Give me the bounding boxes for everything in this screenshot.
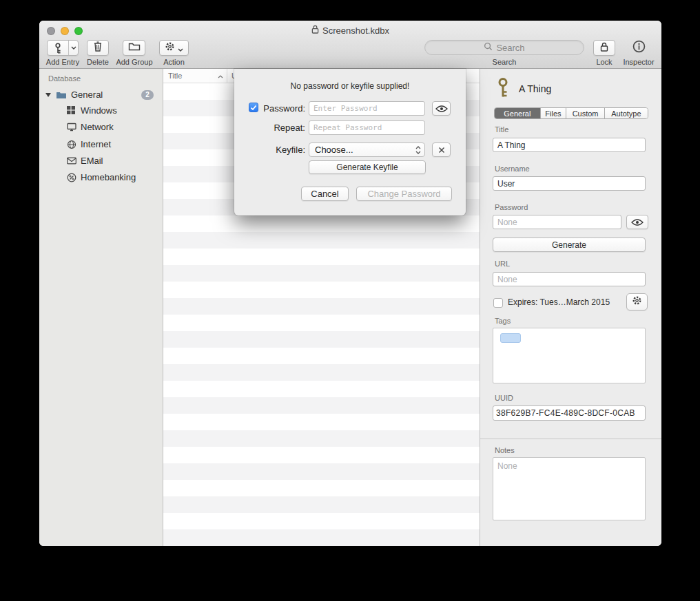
- column-header-label: Title: [168, 72, 182, 80]
- gear-icon: [632, 295, 642, 308]
- add-entry-button[interactable]: [47, 40, 79, 56]
- dialog-message: No password or keyfile supplied!: [234, 81, 466, 91]
- inspector-tabs: General Files Custom Autotype: [494, 107, 648, 119]
- info-icon: [632, 40, 646, 56]
- uuid-field[interactable]: [493, 405, 646, 421]
- lock-icon: [600, 42, 608, 54]
- url-field[interactable]: [493, 272, 646, 286]
- window-title-bar: Screenshot.kdbx: [39, 25, 661, 36]
- generate-password-button[interactable]: Generate: [493, 238, 646, 252]
- window-title: Screenshot.kdbx: [322, 25, 389, 36]
- notes-field-label: Notes: [495, 446, 515, 454]
- chevron-down-icon[interactable]: [69, 41, 78, 55]
- sidebar-item-label: EMail: [81, 156, 103, 166]
- delete-button[interactable]: [87, 40, 109, 56]
- cancel-button[interactable]: Cancel: [301, 187, 349, 201]
- column-header-title[interactable]: Title: [163, 69, 227, 83]
- close-x-icon: [438, 144, 445, 156]
- change-password-dialog: No password or keyfile supplied! Passwor…: [234, 69, 466, 215]
- keyfile-label: Keyfile:: [259, 145, 305, 155]
- password-label: Password:: [259, 103, 305, 114]
- tag-token[interactable]: [500, 333, 521, 343]
- add-group-button[interactable]: [123, 40, 145, 56]
- eye-icon: [435, 103, 448, 115]
- search-input[interactable]: Search: [424, 40, 584, 55]
- notes-field[interactable]: [493, 457, 646, 520]
- lock-label: Lock: [590, 58, 618, 66]
- sidebar-item-internet[interactable]: Internet: [39, 136, 163, 153]
- divider: [480, 439, 661, 439]
- sidebar-item-general[interactable]: General 2: [39, 87, 163, 103]
- gear-icon: [165, 41, 175, 54]
- search-placeholder: Search: [496, 43, 524, 53]
- tab-files[interactable]: Files: [541, 108, 567, 118]
- username-field-label: Username: [495, 165, 530, 173]
- eye-icon: [631, 216, 644, 229]
- sidebar-item-label: Windows: [81, 105, 117, 116]
- entry-header: A Thing: [496, 77, 551, 101]
- windows-icon: [67, 106, 76, 116]
- tags-field-label: Tags: [495, 317, 511, 325]
- sidebar-item-label: Internet: [81, 139, 111, 149]
- trash-icon: [94, 41, 102, 54]
- password-field[interactable]: [493, 215, 621, 229]
- envelope-icon: [67, 156, 76, 166]
- repeat-label: Repeat:: [259, 123, 305, 133]
- tab-autotype[interactable]: Autotype: [605, 108, 648, 118]
- tab-custom[interactable]: Custom: [566, 108, 605, 118]
- reveal-password-button[interactable]: [432, 101, 451, 116]
- document-lock-icon: [311, 25, 319, 36]
- sidebar: Database General 2 Windows Network: [39, 69, 163, 546]
- app-window: Screenshot.kdbx: [39, 21, 661, 546]
- monitor-icon: [67, 123, 76, 132]
- stepper-icon: [415, 146, 421, 156]
- username-field[interactable]: [493, 176, 646, 191]
- count-badge: 2: [141, 90, 154, 100]
- key-icon: [496, 77, 510, 101]
- keyfile-dropdown-value: Choose...: [315, 145, 353, 155]
- clear-keyfile-button[interactable]: [432, 143, 451, 157]
- expires-settings-button[interactable]: [626, 293, 648, 310]
- sidebar-item-label: General: [71, 89, 103, 100]
- sidebar-item-homebanking[interactable]: Homebanking: [39, 169, 163, 186]
- tab-general[interactable]: General: [495, 108, 541, 118]
- inspector-panel: A Thing General Files Custom Autotype Ti…: [480, 69, 661, 546]
- lock-button[interactable]: [593, 40, 615, 56]
- folder-icon: [56, 91, 67, 101]
- entry-title: A Thing: [519, 83, 551, 94]
- reveal-password-button[interactable]: [626, 215, 648, 229]
- uuid-field-label: UUID: [495, 394, 513, 402]
- add-entry-label: Add Entry: [43, 58, 82, 66]
- disclosure-triangle-icon[interactable]: [45, 93, 51, 97]
- sidebar-item-label: Homebanking: [81, 172, 136, 182]
- chevron-down-icon: [178, 42, 183, 54]
- sidebar-item-network[interactable]: Network: [39, 119, 163, 136]
- action-button[interactable]: [159, 40, 189, 56]
- sidebar-item-windows[interactable]: Windows: [39, 103, 163, 119]
- title-field-label: Title: [495, 125, 508, 134]
- inspector-toggle-button[interactable]: [630, 40, 647, 56]
- checkmark-icon: [250, 105, 257, 111]
- expires-checkbox[interactable]: [493, 298, 503, 308]
- password-enabled-checkbox[interactable]: [249, 103, 258, 112]
- sidebar-item-email[interactable]: EMail: [39, 153, 163, 169]
- url-field-label: URL: [495, 260, 510, 268]
- repeat-password-input[interactable]: [309, 120, 425, 135]
- sort-ascending-icon: [218, 72, 223, 80]
- title-field[interactable]: [493, 138, 646, 152]
- inspector-label: Inspector: [618, 58, 659, 66]
- password-field-label: Password: [495, 203, 528, 211]
- search-icon: [484, 42, 493, 53]
- globe-icon: [67, 140, 76, 149]
- generate-keyfile-button[interactable]: Generate Keyfile: [309, 160, 426, 174]
- action-label: Action: [159, 58, 189, 66]
- tags-field[interactable]: [493, 328, 646, 383]
- password-input[interactable]: [309, 101, 425, 116]
- key-icon: [48, 41, 68, 55]
- search-label: Search: [484, 58, 525, 66]
- change-password-button[interactable]: Change Password: [356, 187, 452, 201]
- folder-group-icon: [128, 42, 141, 54]
- percent-coin-icon: [67, 173, 76, 182]
- sidebar-item-label: Network: [81, 122, 114, 132]
- keyfile-dropdown[interactable]: Choose...: [309, 143, 425, 157]
